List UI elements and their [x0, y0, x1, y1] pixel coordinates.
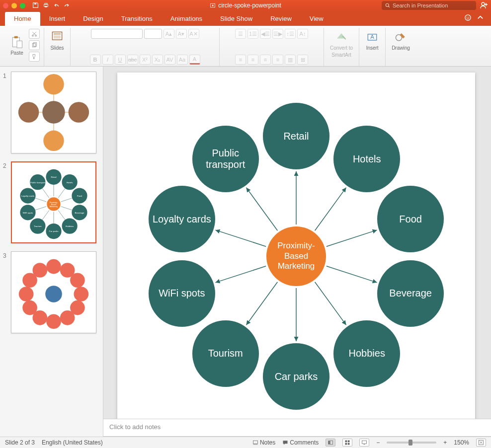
svg-line-87	[246, 188, 277, 231]
notes-pane[interactable]: Click to add notes	[103, 419, 491, 437]
svg-line-82	[315, 282, 346, 325]
justify-button[interactable]: ≡	[272, 55, 283, 65]
share-icon[interactable]	[480, 1, 488, 10]
tab-home[interactable]: Home	[5, 12, 40, 26]
svg-point-7	[482, 2, 485, 5]
minimize-window-button[interactable]	[11, 3, 17, 8]
diagram-spoke-2[interactable]: Food	[377, 186, 444, 252]
collapse-ribbon-icon[interactable]	[477, 14, 484, 23]
svg-text:Food: Food	[77, 195, 82, 197]
increase-font-icon[interactable]: A▴	[164, 29, 174, 39]
zoom-level[interactable]: 150%	[454, 439, 469, 446]
undo-icon[interactable]	[53, 2, 60, 9]
svg-text:Tourism: Tourism	[34, 225, 42, 227]
tab-slideshow[interactable]: Slide Show	[211, 12, 261, 26]
bold-button[interactable]: B	[90, 55, 101, 65]
svg-point-74	[19, 287, 34, 301]
subscript-button[interactable]: X₂	[152, 55, 163, 65]
text-direction-button[interactable]: A↕	[297, 29, 308, 39]
diagram-spoke-1[interactable]: Hotels	[333, 126, 400, 192]
convert-smartart-button[interactable]: Convert to SmartArt	[328, 29, 355, 59]
diagram-spoke-3[interactable]: Beverage	[377, 260, 444, 327]
sorter-view-button[interactable]	[342, 439, 352, 447]
copy-icon[interactable]	[29, 40, 40, 50]
format-painter-icon[interactable]	[29, 52, 40, 62]
comments-toggle[interactable]: Comments	[282, 439, 319, 446]
diagram-spoke-8[interactable]: Loyalty cards	[149, 186, 215, 252]
svg-line-84	[246, 282, 277, 325]
redo-icon[interactable]	[64, 2, 70, 9]
zoom-in-button[interactable]: +	[443, 439, 447, 446]
align-left-button[interactable]: ≡	[235, 55, 246, 65]
clear-format-icon[interactable]: A✕	[188, 29, 199, 39]
save-icon[interactable]	[32, 2, 39, 9]
diagram-spoke-7[interactable]: WiFi spots	[149, 260, 215, 327]
slides-group: Slides	[44, 28, 71, 66]
align-right-button[interactable]: ≡	[260, 55, 271, 65]
language-indicator[interactable]: English (United States)	[42, 439, 103, 446]
tab-transitions[interactable]: Transitions	[112, 12, 162, 26]
new-slide-button[interactable]: Slides	[48, 29, 66, 52]
line-spacing-button[interactable]: ↕☰	[285, 29, 296, 39]
increase-indent-button[interactable]: ☰▶	[272, 29, 283, 39]
paste-button[interactable]: Paste	[8, 34, 26, 57]
svg-text:Hobbies: Hobbies	[66, 225, 74, 227]
change-case-button[interactable]: Aa	[177, 55, 188, 65]
slide[interactable]: Proximity- Based Marketing RetailHotelsF…	[117, 73, 475, 419]
zoom-slider[interactable]	[387, 442, 436, 444]
decrease-indent-button[interactable]: ◀☰	[260, 29, 271, 39]
diagram-hub[interactable]: Proximity- Based Marketing	[266, 226, 326, 286]
svg-text:Retail: Retail	[51, 176, 56, 178]
diagram-spoke-5[interactable]: Car parks	[263, 343, 329, 410]
search-input[interactable]: Search in Presentation	[382, 1, 476, 10]
tab-view[interactable]: View	[301, 12, 332, 26]
decrease-font-icon[interactable]: A▾	[176, 29, 187, 39]
svg-rect-13	[17, 41, 22, 48]
normal-view-button[interactable]	[326, 439, 335, 447]
maximize-window-button[interactable]	[20, 3, 25, 8]
drawing-button[interactable]: Drawing	[390, 29, 412, 52]
tab-review[interactable]: Review	[261, 12, 301, 26]
status-bar: Slide 2 of 3 English (United States) Not…	[0, 437, 491, 448]
feedback-icon[interactable]	[464, 14, 472, 23]
superscript-button[interactable]: X²	[140, 55, 151, 65]
character-spacing-button[interactable]: AV	[164, 55, 175, 65]
tab-design[interactable]: Design	[74, 12, 112, 26]
font-family-select[interactable]	[91, 29, 143, 39]
diagram-spoke-0[interactable]: Retail	[263, 103, 329, 169]
font-size-select[interactable]	[144, 29, 162, 39]
fit-to-window-button[interactable]	[476, 439, 486, 447]
svg-point-8	[465, 15, 471, 20]
diagram-spoke-9[interactable]: Public transport	[192, 126, 259, 192]
align-text-button[interactable]: ⊞	[297, 55, 308, 65]
tab-insert[interactable]: Insert	[40, 12, 75, 26]
thumbnail-1[interactable]: 1	[3, 72, 98, 153]
diagram-spoke-6[interactable]: Tourism	[192, 320, 259, 387]
svg-line-51	[42, 211, 49, 220]
slideshow-view-button[interactable]	[359, 439, 369, 447]
tab-animations[interactable]: Animations	[162, 12, 211, 26]
font-color-button[interactable]: A	[189, 55, 200, 65]
svg-line-81	[327, 266, 377, 283]
numbering-button[interactable]: 1☰	[247, 29, 258, 39]
notes-toggle[interactable]: Notes	[252, 439, 275, 446]
diagram-spoke-4[interactable]: Hobbies	[333, 320, 400, 387]
zoom-out-button[interactable]: −	[376, 439, 380, 446]
close-window-button[interactable]	[3, 3, 8, 8]
thumbnail-3[interactable]: 3	[3, 251, 98, 333]
slide-canvas-area[interactable]: Proximity- Based Marketing RetailHotelsF…	[103, 67, 491, 419]
svg-rect-19	[54, 33, 61, 35]
print-icon[interactable]	[43, 2, 49, 9]
underline-button[interactable]: U	[115, 55, 126, 65]
thumbnail-2[interactable]: 2 RetailHotelsFoodBeverageHobbiesCar par…	[3, 161, 98, 243]
svg-point-32	[43, 131, 64, 151]
insert-textbox-button[interactable]: A Insert	[363, 29, 381, 52]
italic-button[interactable]: I	[102, 55, 113, 65]
align-center-button[interactable]: ≡	[247, 55, 258, 65]
svg-point-77	[45, 286, 62, 302]
columns-button[interactable]: ▥	[285, 55, 296, 65]
cut-icon[interactable]	[29, 29, 40, 39]
bullets-button[interactable]: ☰	[235, 29, 246, 39]
strike-button[interactable]: abc	[127, 55, 138, 65]
svg-rect-20	[54, 35, 61, 38]
